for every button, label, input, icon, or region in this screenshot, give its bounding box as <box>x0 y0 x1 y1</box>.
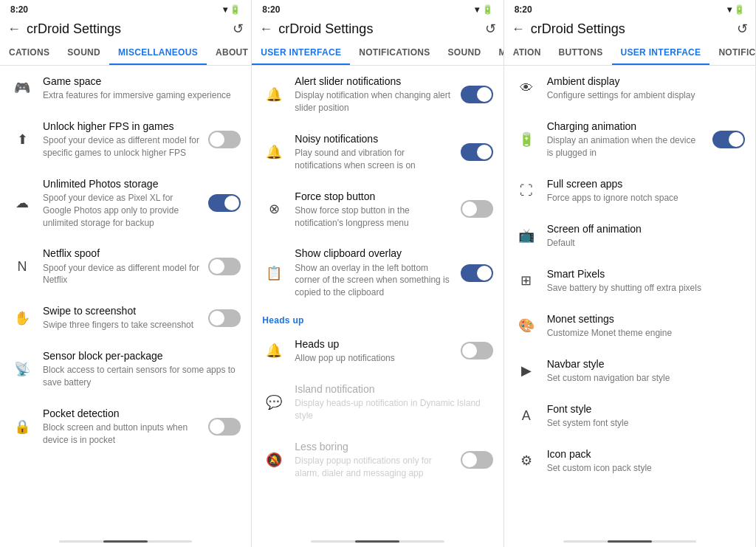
list-item[interactable]: 🎮Game spaceExtra features for immersive … <box>0 66 251 111</box>
refresh-icon[interactable]: ↺ <box>737 21 748 37</box>
pocket-detection-icon: 🔒 <box>10 415 34 438</box>
setting-text: Pocket detectionBlock screen and button … <box>43 407 199 447</box>
tab-cations[interactable]: CATIONS <box>0 41 58 65</box>
sensor-block-icon: 📡 <box>10 357 34 381</box>
status-time: 8:20 <box>10 4 28 15</box>
list-item[interactable]: ⚙Icon packSet custom icon pack style <box>504 438 755 484</box>
ambient-display-icon: 👁 <box>515 76 538 100</box>
list-item[interactable]: ☁Unlimited Photos storageSpoof your devi… <box>0 168 251 238</box>
tab-buttons[interactable]: BUTTONS <box>550 41 612 65</box>
list-item[interactable]: 💬Island notificationDisplay heads-up not… <box>252 374 503 431</box>
setting-text: Icon packSet custom icon pack style <box>547 447 745 475</box>
setting-title: Pocket detection <box>43 407 199 420</box>
list-item[interactable]: ⛶Full screen appsForce apps to ignore no… <box>504 168 755 213</box>
list-item[interactable]: 🔕Less boringDisplay popup notifications … <box>252 431 503 489</box>
list-item[interactable]: 🔔Alert slider notificationsDisplay notif… <box>252 66 503 123</box>
panel-1: 8:20▾ 🔋← crDroid Settings ↺CATIONSSOUNDM… <box>0 0 252 547</box>
setting-subtitle: Spoof your device as different model for… <box>43 134 199 159</box>
setting-text: Swipe to screenshotSwipe three fingers t… <box>43 304 199 331</box>
setting-subtitle: Block access to certain sensors for some… <box>43 364 241 389</box>
setting-subtitle: Display popup notifications only for ala… <box>295 455 451 480</box>
list-item[interactable]: 🎨Monet settingsCustomize Monet theme eng… <box>504 303 755 348</box>
toggle-switch[interactable] <box>208 194 241 212</box>
setting-text: Monet settingsCustomize Monet theme engi… <box>547 312 745 340</box>
list-item[interactable]: 📡Sensor block per-packageBlock access to… <box>0 340 251 398</box>
setting-text: Show clipboard overlayShow an overlay in… <box>295 247 451 299</box>
settings-list: 🎮Game spaceExtra features for immersive … <box>0 66 251 540</box>
status-bar: 8:20▾ 🔋 <box>252 0 503 18</box>
setting-text: Screen off animationDefault <box>547 222 745 250</box>
toggle-switch[interactable] <box>461 342 493 359</box>
setting-title: Heads up <box>295 337 451 351</box>
setting-title: Force stop button <box>295 190 451 203</box>
setting-subtitle: Set system font style <box>547 417 745 430</box>
toggle-switch[interactable] <box>208 309 241 327</box>
netflix-icon: N <box>10 255 34 278</box>
list-item[interactable]: 🔔Heads upAllow pop up notifications <box>252 328 503 374</box>
list-item[interactable]: ✋Swipe to screenshotSwipe three fingers … <box>0 295 251 340</box>
list-item[interactable]: ⊞Smart PixelsSave battery by shutting of… <box>504 258 755 303</box>
page-title: crDroid Settings <box>531 21 731 37</box>
toggle-switch[interactable] <box>461 200 493 218</box>
toggle-switch[interactable] <box>461 86 493 103</box>
back-icon[interactable]: ← <box>512 21 525 37</box>
setting-subtitle: Default <box>547 237 745 250</box>
tab-sound[interactable]: SOUND <box>58 41 109 65</box>
toggle-switch[interactable] <box>461 451 493 469</box>
force-stop-icon: ⊗ <box>262 197 286 221</box>
list-item[interactable]: 📋Show clipboard overlayShow an overlay i… <box>252 238 503 308</box>
setting-subtitle: Save battery by shutting off extra pixel… <box>547 282 745 295</box>
setting-subtitle: Display an animation when the device is … <box>547 134 704 159</box>
setting-text: Sensor block per-packageBlock access to … <box>43 349 241 389</box>
setting-title: Alert slider notifications <box>295 75 451 88</box>
setting-text: Smart PixelsSave battery by shutting off… <box>547 267 745 295</box>
setting-text: Font styleSet system font style <box>547 402 745 430</box>
scroll-indicator <box>563 540 696 543</box>
toggle-switch[interactable] <box>461 143 493 161</box>
list-item[interactable]: 👁Ambient displayConfigure settings for a… <box>504 66 755 111</box>
setting-subtitle: Spoof your device as different model for… <box>43 262 199 287</box>
toggle-switch[interactable] <box>208 418 241 436</box>
back-icon[interactable]: ← <box>7 21 21 37</box>
tab-about-crdroid[interactable]: ABOUT CRDROID <box>207 41 251 65</box>
back-icon[interactable]: ← <box>259 21 272 37</box>
fps-icon: ⬆ <box>10 128 34 151</box>
list-item[interactable]: 🔋Charging animationDisplay an animation … <box>504 111 755 168</box>
setting-text: Unlimited Photos storageSpoof your devic… <box>43 177 199 230</box>
tab-ation[interactable]: ATION <box>504 41 550 65</box>
toggle-switch[interactable] <box>208 131 241 148</box>
list-item[interactable]: ⊗Force stop buttonShow force stop button… <box>252 181 503 238</box>
tab-user-interface[interactable]: USER INTERFACE <box>612 41 710 65</box>
tab-miscellaneous[interactable]: MISCELLANEOUS <box>109 41 207 65</box>
list-item[interactable]: ⬆Unlock higher FPS in gamesSpoof your de… <box>0 111 251 168</box>
top-bar: ← crDroid Settings ↺ <box>504 18 755 41</box>
setting-subtitle: Show an overlay in the left bottom corne… <box>295 262 451 299</box>
setting-title: Sensor block per-package <box>43 349 241 362</box>
clipboard-overlay-icon: 📋 <box>262 261 286 285</box>
tab-notifications[interactable]: NOTIFICATIONS <box>350 41 439 65</box>
full-screen-apps-icon: ⛶ <box>515 179 538 202</box>
tab-sound[interactable]: SOUND <box>439 41 490 65</box>
list-item[interactable]: ▶Navbar styleSet custom navigation bar s… <box>504 348 755 393</box>
setting-subtitle: Show force stop button in the notificati… <box>295 204 451 230</box>
toggle-switch[interactable] <box>461 264 493 282</box>
island-notification-icon: 💬 <box>262 391 286 414</box>
tab-miscell[interactable]: MISCELL <box>489 41 503 65</box>
scroll-indicator <box>59 540 192 543</box>
tab-notifications[interactable]: NOTIFICATIONS <box>709 41 755 65</box>
list-item[interactable]: NNetflix spoofSpoof your device as diffe… <box>0 238 251 295</box>
list-item[interactable]: 🔒Pocket detectionBlock screen and button… <box>0 398 251 455</box>
setting-subtitle: Configure settings for ambient display <box>547 89 745 102</box>
toggle-switch[interactable] <box>712 131 745 148</box>
setting-subtitle: Customize Monet theme engine <box>547 327 745 340</box>
tab-user-interface[interactable]: USER INTERFACE <box>252 41 350 65</box>
list-item[interactable]: 🔔Noisy notificationsPlay sound and vibra… <box>252 123 503 181</box>
toggle-switch[interactable] <box>208 258 241 275</box>
list-item[interactable]: 📺Screen off animationDefault <box>504 213 755 258</box>
setting-subtitle: Extra features for immersive gaming expe… <box>43 89 241 102</box>
list-item[interactable]: AFont styleSet system font style <box>504 393 755 438</box>
setting-text: Heads upAllow pop up notifications <box>295 337 451 365</box>
refresh-icon[interactable]: ↺ <box>233 21 244 37</box>
refresh-icon[interactable]: ↺ <box>485 21 496 37</box>
top-bar: ← crDroid Settings ↺ <box>0 18 251 41</box>
